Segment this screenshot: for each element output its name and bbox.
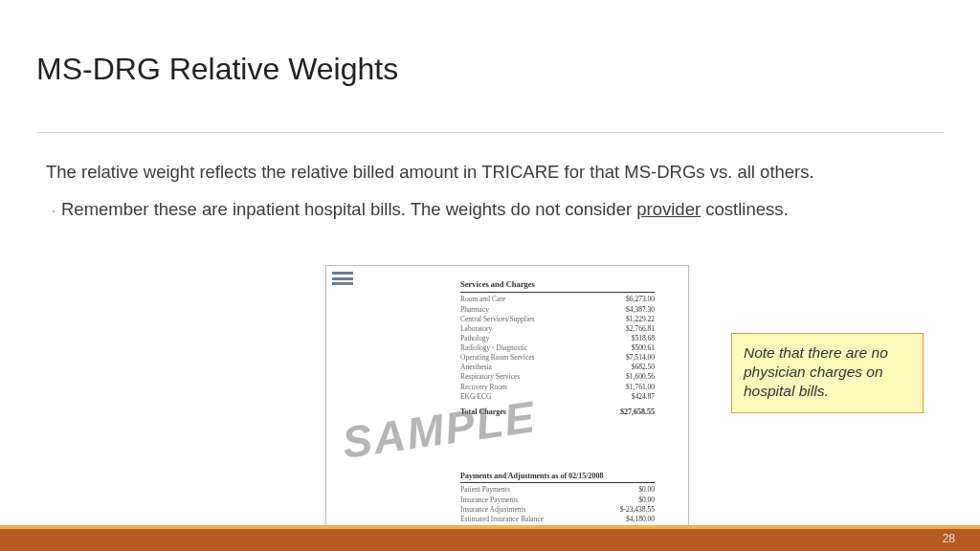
bill-item-value: $518.68 — [632, 334, 655, 343]
bullet-text: Remember these are inpatient hospital bi… — [61, 198, 789, 222]
bill-payment-value: $4,180.00 — [626, 515, 655, 524]
bill-item-value: $6,273.00 — [626, 295, 655, 304]
bill-line-item: Anesthesia$682.50 — [460, 363, 655, 372]
bill-item-value: $682.50 — [632, 363, 655, 372]
bill-line-item: Central Services/Supplies$1,229.22 — [460, 315, 655, 324]
slide-title: MS-DRG Relative Weights — [36, 52, 398, 87]
paragraph-1: The relative weight reflects the relativ… — [46, 161, 831, 185]
bill-item-name: Pharmacy — [460, 305, 489, 315]
bill-payment-item: Insurance Adjustments$-23,438.55 — [460, 505, 655, 515]
bill-payment-item: Patient Payments$0.00 — [460, 485, 655, 495]
bill-item-value: $2,766.81 — [626, 324, 655, 334]
bill-payment-item: Insurance Payments$0.00 — [460, 496, 655, 505]
bill-line-item: Pharmacy$4,387.30 — [460, 305, 655, 315]
bill-payment-item: Estimated Insurance Balance$4,180.00 — [460, 515, 655, 524]
bill-line-item: Operating Room Services$7,514.00 — [460, 353, 655, 363]
bill-item-name: Laboratory — [460, 324, 492, 334]
bill-payment-name: Insurance Payments — [460, 496, 518, 505]
bill-item-value: $1,761.00 — [626, 383, 655, 392]
page-number: 28 — [943, 532, 955, 545]
bullet-underlined: provider — [636, 199, 701, 219]
bill-payments-header: Payments and Adjustments as of 02/15/200… — [460, 472, 655, 484]
bill-item-name: Respiratory Services — [460, 372, 520, 382]
bill-item-value: $7,514.00 — [626, 353, 655, 363]
bill-menu-icon — [332, 272, 353, 285]
bill-payment-value: $0.00 — [638, 496, 655, 505]
bill-line-item: Respiratory Services$1,600.56 — [460, 372, 655, 382]
bill-line-item: Room and Care$6,273.00 — [460, 295, 655, 304]
footer-bar: 28 — [0, 525, 980, 551]
bill-line-item: Laboratory$2,766.81 — [460, 324, 655, 334]
bullet-pre: Remember these are inpatient hospital bi… — [61, 199, 636, 219]
bill-line-item: Radiology - Diagnostic$500.61 — [460, 343, 655, 353]
body-text: The relative weight reflects the relativ… — [46, 161, 831, 222]
bill-line-item: Recovery Room$1,761.00 — [460, 383, 655, 392]
bill-item-name: Anesthesia — [460, 363, 492, 372]
bill-item-name: Radiology - Diagnostic — [460, 343, 527, 353]
bill-item-value: $424.87 — [632, 392, 655, 402]
bill-item-value: $1,229.22 — [626, 315, 655, 324]
bill-payment-value: $0.00 — [638, 485, 655, 495]
bullet-marker-icon: ◦ — [46, 198, 61, 222]
sample-bill-image: Services and Charges Room and Care$6,273… — [325, 265, 689, 531]
bill-payment-value: $-23,438.55 — [620, 505, 655, 515]
bullet-post: costliness. — [701, 199, 789, 219]
bill-item-name: Room and Care — [460, 295, 505, 304]
bill-item-name: Central Services/Supplies — [460, 315, 534, 324]
bill-payment-name: Patient Payments — [460, 485, 510, 495]
bill-payment-name: Insurance Adjustments — [460, 505, 526, 515]
bill-item-value: $4,387.30 — [626, 305, 655, 315]
bill-item-value: $500.61 — [632, 343, 655, 353]
bill-services-header: Services and Charges — [460, 279, 655, 293]
bill-total-value: $27,658.55 — [620, 408, 655, 418]
bill-item-value: $1,600.56 — [626, 372, 655, 382]
bullet-1: ◦ Remember these are inpatient hospital … — [46, 198, 831, 222]
callout-note: Note that there are no physician charges… — [731, 333, 924, 413]
bill-item-name: Recovery Room — [460, 383, 507, 392]
slide: MS-DRG Relative Weights The relative wei… — [0, 0, 980, 551]
bill-line-item: Pathology$518.68 — [460, 334, 655, 343]
bill-payment-name: Estimated Insurance Balance — [460, 515, 544, 524]
bill-item-name: Operating Room Services — [460, 353, 534, 363]
bill-item-name: Pathology — [460, 334, 489, 343]
divider — [36, 132, 944, 133]
